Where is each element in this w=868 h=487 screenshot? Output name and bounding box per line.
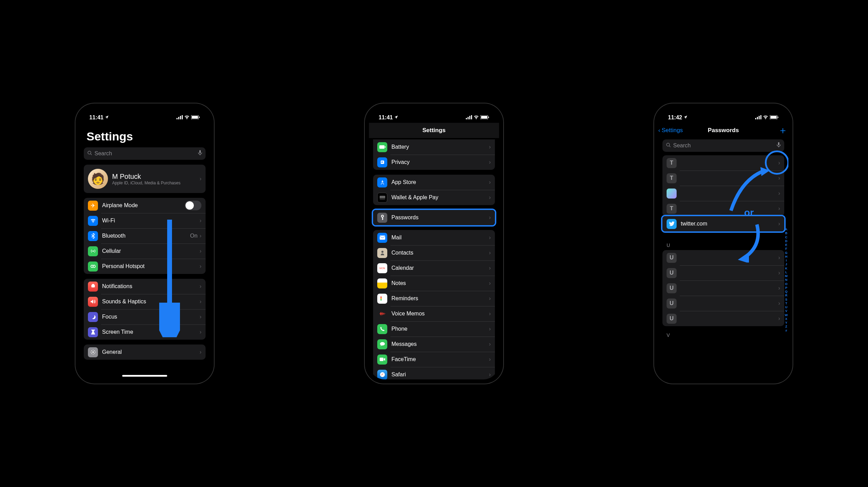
index-letter[interactable]: D <box>785 239 788 243</box>
svg-rect-43 <box>757 117 758 119</box>
notes-row[interactable]: Notes › <box>373 276 495 291</box>
index-letter[interactable]: C <box>785 236 788 239</box>
avatar: 🧑 <box>88 169 108 189</box>
add-button[interactable]: ＋ <box>778 124 788 137</box>
row-label: Phone <box>391 326 489 332</box>
reminders-row[interactable]: Reminders › <box>373 291 495 306</box>
row-label: Airplane Mode <box>102 202 185 209</box>
password-entry-row[interactable]: T › <box>662 155 784 171</box>
phone-row[interactable]: Phone › <box>373 321 495 337</box>
password-entry-row[interactable]: T › <box>662 201 784 216</box>
search-input[interactable] <box>94 150 196 157</box>
screentime-row[interactable]: Screen Time › <box>84 324 206 340</box>
index-letter[interactable]: I <box>785 259 788 263</box>
index-letter[interactable]: G <box>785 251 788 255</box>
index-letter[interactable]: M <box>785 274 788 278</box>
row-label: Screen Time <box>102 329 200 335</box>
index-letter[interactable]: P <box>785 286 788 290</box>
svg-rect-1 <box>178 117 179 119</box>
notifications-row[interactable]: Notifications › <box>84 279 206 294</box>
index-letter[interactable]: J <box>785 263 788 266</box>
password-entry-row[interactable]: U › <box>662 281 784 296</box>
index-letter[interactable]: W <box>785 313 788 317</box>
index-letter[interactable]: N <box>785 278 788 282</box>
battery-row[interactable]: Battery › <box>373 139 495 155</box>
index-letter[interactable]: Z <box>785 325 788 329</box>
index-letter[interactable]: Q <box>785 290 788 294</box>
row-value: On <box>190 233 197 239</box>
mic-icon[interactable] <box>198 150 202 157</box>
airplane-toggle[interactable] <box>185 201 201 210</box>
index-letter[interactable]: A <box>785 228 788 231</box>
focus-icon <box>88 312 98 322</box>
index-letter[interactable]: T <box>785 302 788 305</box>
mic-icon[interactable] <box>777 142 781 149</box>
chevron-right-icon: › <box>778 221 780 227</box>
index-letter[interactable]: H <box>785 255 788 259</box>
passwords-row[interactable]: Passwords › <box>373 210 495 225</box>
apple-id-row[interactable]: 🧑 M Potuck Apple ID, iCloud, Media & Pur… <box>84 165 206 193</box>
bluetooth-row[interactable]: Bluetooth On › <box>84 228 206 244</box>
row-label: Contacts <box>391 250 489 256</box>
password-entry-row[interactable]: U › <box>662 265 784 281</box>
wifi-row[interactable]: Wi-Fi › <box>84 213 206 228</box>
appstore-row[interactable]: App Store › <box>373 175 495 190</box>
chevron-right-icon: › <box>778 255 780 261</box>
airplane-mode-row[interactable]: ✈ Airplane Mode <box>84 198 206 213</box>
cellular-icon <box>88 246 98 256</box>
index-letter[interactable]: E <box>785 243 788 247</box>
focus-row[interactable]: Focus › <box>84 309 206 324</box>
row-label: Calendar <box>391 265 489 271</box>
facetime-row[interactable]: FaceTime › <box>373 352 495 367</box>
status-bar: 11:41 <box>369 108 499 123</box>
password-entry-row[interactable]: U › <box>662 250 784 265</box>
site-letter-icon: T <box>667 158 677 168</box>
password-entry-row[interactable]: U › <box>662 311 784 326</box>
index-letter[interactable]: # <box>785 329 788 333</box>
password-entry-row[interactable]: › <box>662 186 784 201</box>
messages-icon <box>377 339 387 349</box>
chevron-right-icon: › <box>489 250 491 256</box>
chevron-left-icon: ‹ <box>658 127 660 134</box>
index-letter[interactable]: U <box>785 305 788 309</box>
index-letter[interactable]: Y <box>785 321 788 325</box>
nav-back-button[interactable]: ‹ Settings <box>658 127 683 134</box>
index-bar[interactable]: ABCDEFGHIJKLMNOPQRSTUVWXYZ# <box>785 186 788 374</box>
hotspot-row[interactable]: Personal Hotspot › <box>84 259 206 274</box>
index-letter[interactable]: L <box>785 270 788 274</box>
chevron-right-icon: › <box>489 295 491 302</box>
site-letter-icon: T <box>667 204 677 214</box>
messages-row[interactable]: Messages › <box>373 337 495 352</box>
index-letter[interactable]: O <box>785 282 788 286</box>
section-header-v: V <box>662 326 784 340</box>
search-bar[interactable] <box>84 147 206 160</box>
home-indicator[interactable] <box>122 375 167 377</box>
index-letter[interactable]: X <box>785 317 788 321</box>
notifications-icon <box>88 282 98 292</box>
voicememos-row[interactable]: Voice Memos › <box>373 306 495 321</box>
row-label: Bluetooth <box>102 233 190 239</box>
chevron-right-icon: › <box>489 280 491 286</box>
index-letter[interactable]: V <box>785 309 788 313</box>
chevron-right-icon: › <box>489 265 491 271</box>
privacy-row[interactable]: Privacy › <box>373 155 495 170</box>
sounds-row[interactable]: Sounds & Haptics › <box>84 294 206 309</box>
contacts-row[interactable]: Contacts › <box>373 245 495 260</box>
index-letter[interactable]: K <box>785 267 788 270</box>
search-input[interactable] <box>673 143 775 149</box>
safari-row[interactable]: Safari › <box>373 367 495 379</box>
calendar-row[interactable]: MON Calendar › <box>373 260 495 276</box>
index-letter[interactable]: B <box>785 231 788 235</box>
twitter-password-row[interactable]: twitter.com › <box>662 216 784 231</box>
cellular-row[interactable]: Cellular › <box>84 244 206 259</box>
index-letter[interactable]: S <box>785 298 788 302</box>
mail-row[interactable]: Mail › <box>373 230 495 245</box>
index-letter[interactable]: R <box>785 294 788 297</box>
password-entry-row[interactable]: T › <box>662 171 784 186</box>
password-entry-row[interactable]: U › <box>662 296 784 311</box>
wallet-row[interactable]: Wallet & Apple Pay › <box>373 190 495 205</box>
general-row[interactable]: General › <box>84 344 206 360</box>
svg-rect-24 <box>481 116 487 119</box>
search-bar[interactable] <box>662 139 784 152</box>
index-letter[interactable]: F <box>785 247 788 251</box>
